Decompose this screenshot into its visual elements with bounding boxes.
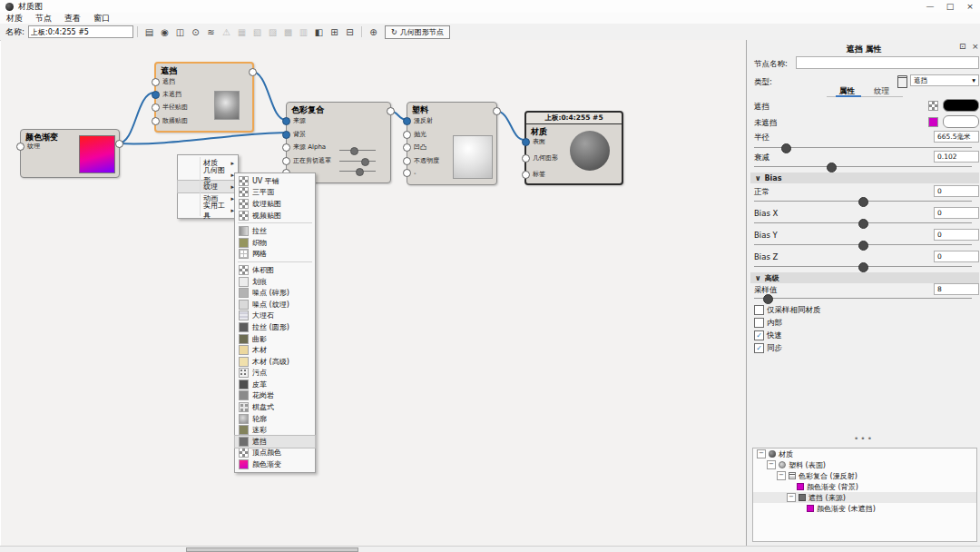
submenu-item-brushed-radial[interactable]: 拉丝 (圆形) <box>235 321 315 333</box>
mini-slider[interactable] <box>339 150 376 151</box>
checkbox-inside[interactable] <box>754 318 764 328</box>
preview-icon[interactable]: ◉ <box>158 27 172 37</box>
slider-thumb[interactable] <box>827 163 837 172</box>
submenu-item-wood-advanced[interactable]: 木材 (高级) <box>235 356 315 368</box>
menu-node[interactable]: 节点 <box>29 13 58 25</box>
pan-icon[interactable]: ⊕ <box>367 27 380 37</box>
bias-x-slider[interactable] <box>754 222 972 223</box>
node-occlusion[interactable]: 遮挡 遮挡 未遮挡 半径贴图 散播贴图 <box>154 62 254 133</box>
close-button[interactable]: × <box>960 0 980 13</box>
output-port[interactable] <box>387 107 395 115</box>
node-material[interactable]: 上板:0:4:255 #5 材质 表面 几何图形 标签 <box>524 111 623 185</box>
bias-x-value[interactable]: 0 <box>934 207 979 219</box>
slider-thumb[interactable] <box>858 262 868 272</box>
panel-splitter-handle[interactable]: ••• <box>747 434 980 443</box>
submenu-item-video-map[interactable]: 视频贴图 <box>235 210 315 222</box>
slider-thumb[interactable] <box>858 197 868 207</box>
horizontal-scrollbar[interactable] <box>0 546 980 552</box>
submenu-item-checker-pattern[interactable]: 棋盘式 <box>235 401 315 413</box>
input-port-tags[interactable] <box>522 171 530 179</box>
submenu-item-noise-fractal[interactable]: 噪点 (碎形) <box>235 287 315 299</box>
input-port-surface[interactable] <box>522 138 530 146</box>
input-port-geometry[interactable] <box>522 154 530 163</box>
submenu-item-fabric[interactable]: 织物 <box>235 237 315 249</box>
node-plastic[interactable]: 塑料 漫反射 抛光 凹凸 不透明度 - <box>407 102 497 185</box>
submenu-item-occlusion[interactable]: 遮挡 <box>235 436 315 448</box>
slider-thumb[interactable] <box>858 219 868 229</box>
node-color-gradient[interactable]: 颜色渐变 纹理 <box>20 129 120 178</box>
falloff-slider[interactable] <box>754 166 972 167</box>
falloff-value[interactable]: 0.102 <box>934 151 979 163</box>
unoccluded-color-swatch[interactable] <box>943 115 979 128</box>
type-dropdown[interactable]: 遮挡▾ <box>910 74 979 86</box>
occluded-color-swatch[interactable] <box>943 99 979 112</box>
submenu-item-brushed[interactable]: 拉丝 <box>235 225 315 237</box>
bias-y-value[interactable]: 0 <box>934 229 979 241</box>
checkbox-fast[interactable]: ✓ <box>754 330 764 340</box>
submenu-item-vertex-color[interactable]: 顶点颜色 <box>235 448 315 459</box>
bias-z-value[interactable]: 0 <box>934 251 979 262</box>
collapse-toggle[interactable]: − <box>787 493 796 502</box>
normal-value[interactable]: 0 <box>934 185 979 197</box>
tree-row-occlusion-source[interactable]: −遮挡 (来源) <box>753 492 976 503</box>
arrange-icon[interactable]: ◧ <box>312 27 326 37</box>
context-menu-item-utilities[interactable]: 实用工具▸ <box>178 204 238 216</box>
trash-icon[interactable] <box>897 75 907 88</box>
minimize-button[interactable]: — <box>920 0 940 13</box>
output-port[interactable] <box>493 107 501 115</box>
input-port-radius-map[interactable] <box>152 104 160 112</box>
input-port-bump[interactable] <box>403 143 411 152</box>
input-port-diffuse[interactable] <box>403 117 411 125</box>
submenu-item-contour[interactable]: 轮廓 <box>235 413 315 425</box>
input-port-texture[interactable] <box>16 143 24 151</box>
mini-slider[interactable] <box>339 161 376 162</box>
node-canvas[interactable]: 颜色渐变 纹理 遮挡 遮挡 未遮挡 半径贴图 散播贴图 色彩复合 来源 背景 来… <box>1 40 747 546</box>
output-port[interactable] <box>115 140 123 148</box>
maximize-button[interactable]: □ <box>940 0 960 13</box>
samples-value[interactable]: 8 <box>934 283 979 295</box>
slider-thumb[interactable] <box>781 143 791 153</box>
bias-section-header[interactable]: ∨Bias <box>750 172 979 183</box>
close-panel-icon[interactable]: × <box>972 42 979 51</box>
input-port-polish[interactable] <box>403 131 411 139</box>
name-input[interactable] <box>28 25 133 38</box>
menu-window[interactable]: 窗口 <box>87 13 116 25</box>
submenu-item-curve-shade[interactable]: 曲影 <box>235 333 315 345</box>
submenu-item-uv-tile[interactable]: UV 平铺 <box>235 175 315 187</box>
target-icon[interactable]: ⊙ <box>189 27 202 37</box>
input-port-extra[interactable] <box>403 169 411 177</box>
submenu-item-leather[interactable]: 皮革 <box>235 379 315 390</box>
settings-icon[interactable]: ≋ <box>204 27 218 37</box>
collapse-toggle[interactable]: − <box>767 460 776 469</box>
node-name-input[interactable] <box>796 56 979 69</box>
tree-row-plastic[interactable]: −塑料 (表面) <box>753 459 976 470</box>
advanced-section-header[interactable]: ∨高级 <box>750 272 979 283</box>
submenu-item-scratch[interactable]: 划痕 <box>235 276 315 288</box>
node-color-composite[interactable]: 色彩复合 来源 背景 来源 Alpha 正在剪切遮罩 - <box>286 102 391 183</box>
tree-row-material[interactable]: −材质 <box>753 448 976 459</box>
input-port-source[interactable] <box>282 117 290 125</box>
expand-icon[interactable]: ⊞ <box>328 27 341 37</box>
normal-slider[interactable] <box>754 201 972 202</box>
float-panel-icon[interactable]: ⊡ <box>959 42 966 51</box>
submenu-item-color-gradient[interactable]: 颜色渐变 <box>235 458 315 470</box>
checkbox-sync[interactable]: ✓ <box>754 343 764 353</box>
geometry-node-button[interactable]: ↻ 几何图形节点 <box>385 25 450 39</box>
submenu-item-camouflage[interactable]: 迷彩 <box>235 424 315 436</box>
tree-row-composite[interactable]: −色彩复合 (漫反射) <box>753 470 976 481</box>
tree-row-gradient-unoccluded[interactable]: 颜色渐变 (未遮挡) <box>753 503 976 514</box>
radius-value[interactable]: 665.5毫米 <box>934 131 979 143</box>
input-port-unoccluded[interactable] <box>152 91 160 99</box>
submenu-item-texture-map[interactable]: 纹理贴图 <box>235 198 315 210</box>
submenu-item-volume-map[interactable]: 体积图 <box>235 264 315 276</box>
slider-thumb[interactable] <box>858 241 868 251</box>
tree-row-gradient-background[interactable]: 颜色渐变 (背景) <box>753 481 976 492</box>
submenu-item-wood[interactable]: 木材 <box>235 344 315 356</box>
input-port-occluded[interactable] <box>152 78 160 86</box>
submenu-item-triplanar[interactable]: 三平面 <box>235 187 315 199</box>
mini-slider[interactable] <box>339 171 376 172</box>
bias-y-slider[interactable] <box>754 244 972 245</box>
collapse-toggle[interactable]: − <box>777 471 786 480</box>
checkbox-same-material[interactable] <box>754 305 764 315</box>
radius-slider[interactable] <box>754 147 972 148</box>
